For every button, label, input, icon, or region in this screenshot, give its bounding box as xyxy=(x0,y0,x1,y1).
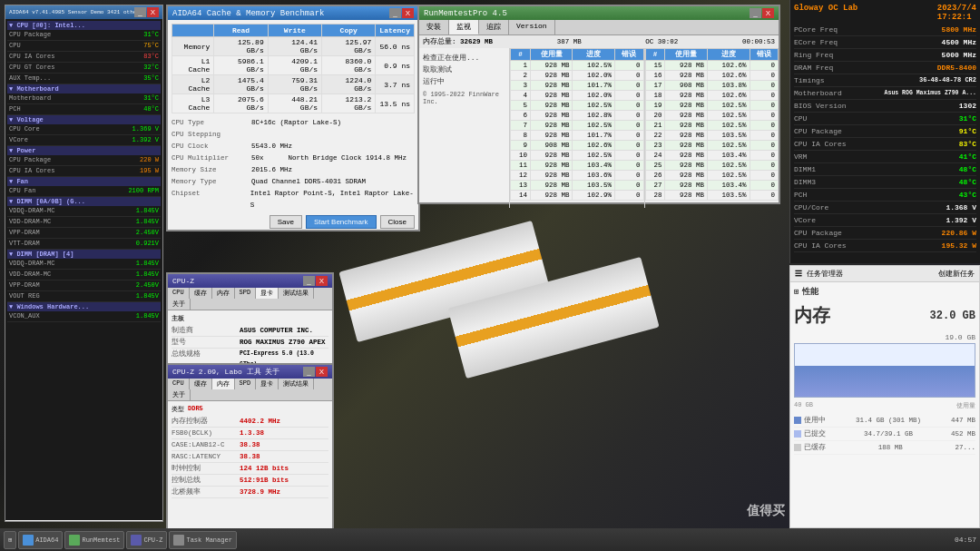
taskman-section-title: ⊞ 性能 xyxy=(794,286,975,298)
cpuz-main-tab-cache[interactable]: 缓存 xyxy=(190,379,212,389)
memtest-close[interactable]: X xyxy=(762,8,774,18)
memtest-tab-version[interactable]: Version xyxy=(509,20,555,34)
bench-info: CPU Type8C+16c (Raptor Lake-S) CPU Stepp… xyxy=(172,117,415,212)
aida64-row: VTT-DRAM0.921V xyxy=(7,239,161,250)
aida64-titlebar[interactable]: AIDA64 v7.41.4985 Sensor Demo 3421 other… xyxy=(5,5,162,19)
cpuz-main-titlebar[interactable]: CPU-Z 2.09, Labo 工具 关于 _ X xyxy=(168,365,332,379)
benchmark-icon xyxy=(69,535,80,546)
aida64-section-mb: ▼ Motherboard xyxy=(7,84,161,93)
memtest-oc-time: OC 30:02 xyxy=(645,35,678,48)
cpuz-main-tab-cpu[interactable]: CPU xyxy=(168,379,190,389)
aida64-row: CPU IA Cores195 W xyxy=(7,166,161,177)
taskbar-aida64-btn[interactable]: AIDA64 xyxy=(18,531,63,549)
memtest-row: 10928 MB102.5%0 xyxy=(511,151,644,161)
memtest-th-num2: # xyxy=(645,49,665,61)
cpuz-pci-close[interactable]: X xyxy=(316,276,328,286)
cpuz-row: 控制总线512:91B bits xyxy=(172,475,328,487)
taskbar-benchmark-btn[interactable]: RunMemtest xyxy=(64,531,124,549)
cpuz-tab-cache[interactable]: 缓存 xyxy=(190,288,212,299)
aida64-window: AIDA64 v7.41.4985 Sensor Demo 3421 other… xyxy=(5,5,163,522)
windows-icon: ⊞ xyxy=(8,536,12,544)
memtest-copyright: © 1995-2022 FinnWare Inc. xyxy=(423,91,505,105)
gloway-row: CPU Package220.86 W xyxy=(794,227,976,240)
bench-close-btn[interactable]: Close xyxy=(380,215,415,229)
bench-close[interactable]: X xyxy=(402,8,414,18)
aida64-row: VPP-DRAM2.450V xyxy=(7,280,161,291)
aida64-windows-section: ▼ Windows Hardware... xyxy=(7,302,161,311)
taskbar-benchmark-label: RunMemtest xyxy=(82,536,120,544)
cpuz-tab-gpu[interactable]: 显卡 xyxy=(256,288,279,299)
gloway-row: ECore Freq4500 MHz xyxy=(794,36,976,49)
cpuz-tab-spd[interactable]: SPD xyxy=(235,288,257,299)
memtest-row: 5928 MB102.5%0 xyxy=(511,101,644,111)
aida64-row: CPU Core1.369 V xyxy=(7,124,161,135)
bench-row-l2: L2 Cache1475.4 GB/s759.31 GB/s1224.0 GB/… xyxy=(172,75,415,94)
aida64-minimize[interactable]: _ xyxy=(134,7,145,17)
bench-minimize[interactable]: _ xyxy=(389,8,400,18)
benchmark-window: AIDA64 Cache & Memory Benchmark _ X Read… xyxy=(166,5,420,231)
cpuz-tab-cpu[interactable]: CPU xyxy=(168,288,190,299)
bench-row-memory: Memory125.89 GB/s124.41 GB/s125.97 GB/s5… xyxy=(172,37,415,56)
cpuz-main-close[interactable]: X xyxy=(316,367,328,377)
taskbar-taskman-btn[interactable]: Task Manager xyxy=(169,531,236,549)
memtest-titlebar[interactable]: RunMemtestPro 4.5 _ X xyxy=(419,6,779,20)
aida64-title: AIDA64 v7.41.4985 Sensor Demo 3421 other… xyxy=(9,9,134,15)
memtest-th-errors2: 错误 xyxy=(750,49,779,61)
cpuz-main-window: CPU-Z 2.09, Labo 工具 关于 _ X CPU 缓存 内存 SPD… xyxy=(166,363,334,545)
cpuz-tab-memory[interactable]: 内存 xyxy=(212,288,235,299)
cpuz-main-minimize[interactable]: _ xyxy=(303,367,314,377)
memtest-table-right: # 使用量 进度 错误 15928 MB102.6%0 16928 MB102.… xyxy=(645,48,779,201)
taskman-memory-fill xyxy=(795,366,975,397)
cpuz-row: 制造商ASUS COMPUTER INC. xyxy=(172,325,328,337)
bench-save-btn[interactable]: Save xyxy=(270,215,302,229)
cpuz-pci-minimize[interactable]: _ xyxy=(303,276,314,286)
cpuz-main-tab-gpu[interactable]: 显卡 xyxy=(256,379,279,389)
gloway-row: Timings36-48-48-78 CR2 xyxy=(794,74,976,87)
aida64-close[interactable]: X xyxy=(147,7,159,17)
cpuz-tab-bench[interactable]: 测试结果 xyxy=(279,288,314,299)
aida64-section-dimm: ▼ DIMM [0A/0B] (G... xyxy=(7,197,161,206)
memtest-tab-monitor[interactable]: 监视 xyxy=(449,20,479,34)
cpuz-row: CASE:LANB12-C38.38 xyxy=(172,439,328,451)
bench-start-btn[interactable]: Start Benchmark xyxy=(306,215,377,229)
memtest-row: 9908 MB102.6%0 xyxy=(511,141,644,151)
cpuz-main-title: CPU-Z 2.09, Labo 工具 关于 xyxy=(172,367,279,377)
memtest-row: 20928 MB102.5%0 xyxy=(645,111,779,121)
memtest-row: 14928 MB102.9%0 xyxy=(511,191,644,201)
cpuz-main-tab-bench[interactable]: 测试结果 xyxy=(279,379,314,389)
memtest-minimize[interactable]: _ xyxy=(750,8,760,18)
taskman-graph-label: 19.0 GB xyxy=(794,333,975,341)
taskbar-aida64-label: AIDA64 xyxy=(35,536,58,544)
taskman-titlebar[interactable]: ☰ 任务管理器 创建新任务 xyxy=(790,266,979,282)
memtest-table-left: # 使用量 进度 错误 1928 MB102.5%0 2928 MB102.0%… xyxy=(510,48,644,201)
memtest-row: 22928 MB103.5%0 xyxy=(645,131,779,141)
memtest-status: 运行中 xyxy=(423,75,505,87)
taskman-stat-row: 已缓存 188 MB 27... xyxy=(794,441,975,455)
cpuz-main-tab-spd[interactable]: SPD xyxy=(235,379,257,389)
cpuz-main-tab-about[interactable]: 关于 xyxy=(168,389,191,400)
memtest-th-num: # xyxy=(511,49,531,61)
memtest-row: 17908 MB103.8%0 xyxy=(645,81,779,91)
memtest-mem-total: 内存总量: 32629 MB xyxy=(423,35,493,48)
aida64-section-fan: ▼ Fan xyxy=(7,177,161,186)
memtest-action: 取取测试 xyxy=(423,64,505,75)
memtest-tabs: 安装 监视 追踪 Version xyxy=(419,20,779,35)
benchmark-table: Read Write Copy Latency Memory125.89 GB/… xyxy=(172,24,415,113)
gloway-row: CPU IA Cores195.32 W xyxy=(794,240,976,252)
bench-body: Read Write Copy Latency Memory125.89 GB/… xyxy=(168,20,418,232)
gloway-row: BIOS Version1302 xyxy=(794,100,976,113)
memtest-row: 21928 MB102.5%0 xyxy=(645,121,779,131)
bench-titlebar[interactable]: AIDA64 Cache & Memory Benchmark _ X xyxy=(168,6,418,20)
cpuz-main-tab-memory[interactable]: 内存 xyxy=(212,379,235,389)
bench-th xyxy=(172,25,214,37)
aida64-content: ▼ CPU [#0]: Intel... CPU Package31°C CPU… xyxy=(5,19,162,520)
memtest-tab-install[interactable]: 安装 xyxy=(419,20,449,34)
taskbar-start-btn[interactable]: ⊞ xyxy=(4,531,16,549)
taskbar-cpuz-btn[interactable]: CPU-Z xyxy=(126,531,167,549)
taskbar-taskman-label: Task Manager xyxy=(186,536,231,544)
cpuz-tab-about[interactable]: 关于 xyxy=(168,299,191,310)
memtest-tab-trace[interactable]: 追踪 xyxy=(479,20,509,34)
memtest-row: 27928 MB103.4%0 xyxy=(645,181,779,191)
memtest-row: 24928 MB103.4%0 xyxy=(645,151,779,161)
cpuz-pci-titlebar[interactable]: CPU-Z _ X xyxy=(168,274,332,288)
